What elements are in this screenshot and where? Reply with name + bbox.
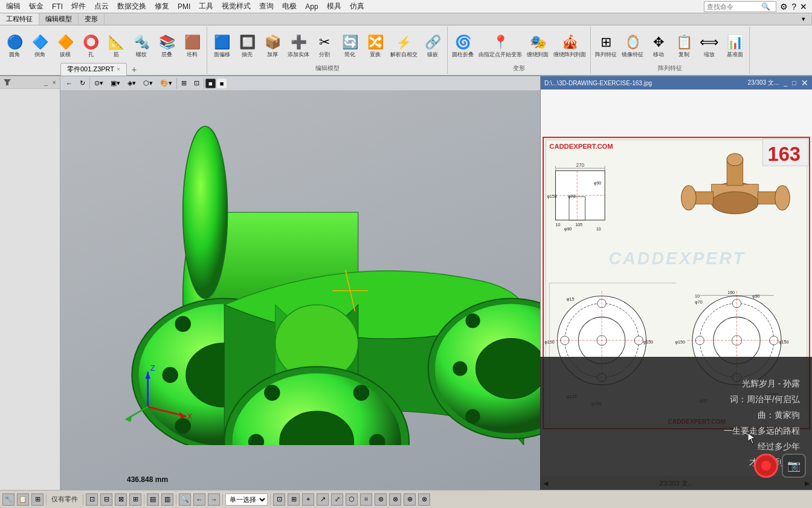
status-icon-15[interactable]: ↗ [317, 493, 329, 506]
status-icon-17[interactable]: ⬡ [346, 493, 358, 506]
ref-panel-close-btn[interactable]: ✕ [801, 78, 808, 88]
btn-layer[interactable]: 📚 层叠 [155, 31, 179, 59]
search-box[interactable]: 🔍 [704, 1, 776, 12]
btn-scale[interactable]: ⟺ 缩放 [697, 31, 721, 59]
ribbon-tab-expand[interactable]: ▾ [796, 13, 812, 25]
ribbon-tab-editmodel[interactable]: 编辑模型 [39, 13, 79, 25]
btn-hole[interactable]: ⭕ 孔 [79, 31, 103, 59]
btn-mirror-feature[interactable]: 🪞 镜像特征 [620, 31, 645, 59]
filter-icon[interactable] [2, 77, 12, 87]
menu-edit[interactable]: 编辑 [2, 0, 24, 13]
btn-embed[interactable]: 🔗 镶嵌 [420, 31, 445, 59]
status-icon-7[interactable]: ⊞ [129, 493, 141, 506]
status-icon-1[interactable]: 🔧 [2, 493, 14, 506]
search-input[interactable] [707, 3, 761, 10]
btn-pattern-feature[interactable]: ⊞ 阵列特征 [593, 31, 619, 59]
btn-split[interactable]: ✂ 分割 [312, 31, 337, 59]
ribbon-tab-engineering[interactable]: 工程特征 [0, 13, 39, 25]
status-icon-6[interactable]: ⊠ [115, 493, 127, 506]
status-icon-9[interactable]: ▥ [161, 493, 173, 506]
panel-minimize-btn[interactable]: _ [43, 79, 49, 86]
btn-simplify[interactable]: 🔄 简化 [338, 31, 362, 59]
status-icon-22[interactable]: ⊗ [418, 493, 430, 506]
btn-thread[interactable]: 🔩 螺纹 [129, 31, 153, 59]
vp-orient-btn[interactable]: ⊙▾ [91, 78, 106, 88]
status-icon-3[interactable]: ⊞ [31, 493, 44, 506]
vp-section-btn[interactable]: ◈▾ [124, 78, 139, 88]
vp-back-btn[interactable]: ← [63, 79, 76, 88]
status-icon-11[interactable]: ← [193, 493, 205, 506]
btn-self-intersect[interactable]: ⚡ 解析自相交 [388, 31, 419, 59]
menu-pmi[interactable]: PMI [174, 1, 194, 12]
menu-pointcloud[interactable]: 点云 [91, 0, 112, 13]
btn-point-deform[interactable]: 📍 由指定点开始变形 [477, 31, 524, 59]
doc-tab-add[interactable]: + [128, 63, 140, 76]
btn-wrap-array[interactable]: 🎪 缠绕阵列到面 [552, 31, 588, 59]
menu-electrode[interactable]: 电极 [279, 0, 300, 13]
vp-render-btn[interactable]: ⬡▾ [140, 78, 156, 88]
btn-chamfer[interactable]: 🔷 倒角 [28, 31, 52, 59]
status-icon-2[interactable]: 📋 [17, 493, 29, 506]
status-icon-5[interactable]: ⊟ [100, 493, 112, 506]
vp-rotate-btn[interactable]: ↻ [77, 78, 88, 88]
menu-fti[interactable]: FTI [48, 1, 66, 12]
menu-weld[interactable]: 焊件 [68, 0, 89, 13]
panel-close-btn[interactable]: × [51, 79, 57, 86]
ref-panel-minimize-btn[interactable]: _ [784, 79, 787, 86]
menu-visualstyle[interactable]: 视觉样式 [218, 0, 254, 13]
viewport[interactable]: ← ↻ ⊙▾ ▣▾ ◈▾ ⬡▾ 🎨▾ ⊞ ⊡ ■ ■ [60, 76, 540, 490]
help-icon[interactable]: ? [791, 2, 796, 11]
btn-fillet[interactable]: 🔵 圆角 [2, 31, 27, 59]
menu-query[interactable]: 查询 [256, 0, 277, 13]
ref-panel-restore-btn[interactable]: □ [792, 79, 796, 86]
status-icon-13[interactable]: ⊞ [288, 493, 300, 506]
doc-tab-close[interactable]: × [117, 66, 120, 73]
status-icon-10[interactable]: 🔍 [179, 493, 191, 506]
camera-btn[interactable]: 📷 [782, 454, 806, 478]
status-icon-16[interactable]: ⤢ [331, 493, 343, 506]
btn-offset-face[interactable]: 🟦 面偏移 [210, 31, 234, 59]
vp-black-bg-btn[interactable]: ■ [205, 79, 216, 88]
status-icon-20[interactable]: ⊗ [389, 493, 401, 506]
ribbon-group-pattern: ⊞ 阵列特征 🪞 镜像特征 ✥ 移动 📋 复制 ⟺ 缩放 [591, 27, 750, 74]
status-icon-14[interactable]: ⌖ [302, 493, 314, 506]
vp-grid-btn[interactable]: ⊞ [178, 78, 190, 88]
menu-dataexchange[interactable]: 数据交换 [114, 0, 150, 13]
btn-rib[interactable]: 📐 筋 [104, 31, 128, 59]
menu-mold[interactable]: 模具 [323, 0, 345, 13]
menu-repair[interactable]: 修复 [151, 0, 173, 13]
menu-sheetmetal[interactable]: 钣金 [25, 0, 47, 13]
status-icon-snap[interactable]: ⊡ [273, 493, 285, 506]
settings-icon[interactable]: ⚙ [780, 2, 788, 11]
btn-replace[interactable]: 🔀 置换 [363, 31, 387, 59]
btn-shell[interactable]: 🔲 抽壳 [235, 31, 259, 59]
ribbon-tab-deform[interactable]: 变形 [79, 13, 105, 25]
close-icon[interactable]: ✕ [800, 2, 807, 11]
btn-add-solid[interactable]: ➕ 添加实体 [286, 31, 311, 59]
vp-snap-btn[interactable]: ⊡ [191, 78, 202, 88]
status-icon-21[interactable]: ⊕ [404, 493, 416, 506]
btn-blank[interactable]: 🟫 坯料 [180, 31, 204, 59]
status-icon-19[interactable]: ⊛ [375, 493, 387, 506]
vp-view-btn[interactable]: ▣▾ [108, 78, 123, 88]
record-btn[interactable] [754, 454, 778, 478]
menu-tools[interactable]: 工具 [195, 0, 217, 13]
menu-simulation[interactable]: 仿真 [346, 0, 368, 13]
status-icon-4[interactable]: ⊡ [86, 493, 98, 506]
btn-draft[interactable]: 🔶 拔模 [53, 31, 77, 59]
selection-mode-select[interactable]: 单一选择 [225, 493, 268, 506]
btn-datum-plane[interactable]: 📊 基准面 [723, 31, 747, 59]
menu-app[interactable]: App [301, 1, 321, 12]
status-icon-12[interactable]: → [208, 493, 220, 506]
doc-tab-main[interactable]: 零件001.Z3PRT × [60, 63, 127, 76]
doc-tabs: 零件001.Z3PRT × + [60, 63, 140, 76]
btn-wrap-face[interactable]: 🎭 缠绕到面 [525, 31, 550, 59]
btn-thicken[interactable]: 📦 加厚 [260, 31, 285, 59]
btn-cylinder-fold[interactable]: 🌀 圆柱折叠 [450, 31, 475, 59]
btn-move[interactable]: ✥ 移动 [646, 31, 671, 59]
vp-color-btn[interactable]: 🎨▾ [157, 78, 175, 88]
btn-copy[interactable]: 📋 复制 [672, 31, 696, 59]
status-icon-18[interactable]: ⌗ [360, 493, 372, 506]
vp-white-bg-btn[interactable]: ■ [217, 79, 227, 88]
status-icon-8[interactable]: ▤ [147, 493, 159, 506]
